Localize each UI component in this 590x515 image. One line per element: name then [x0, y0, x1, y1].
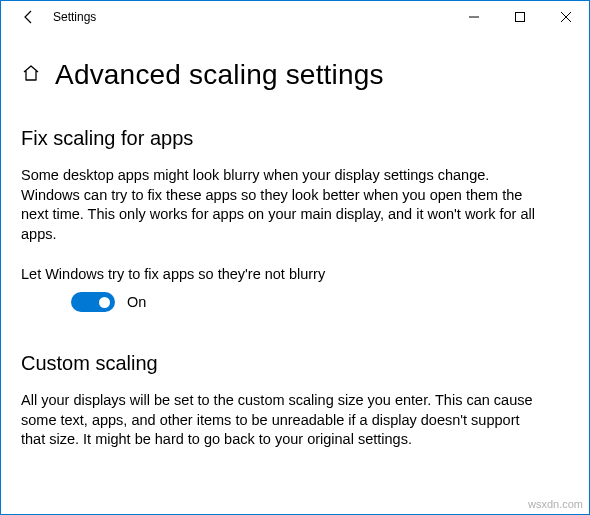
page-title: Advanced scaling settings — [55, 59, 384, 91]
content-area: Advanced scaling settings Fix scaling fo… — [1, 33, 589, 450]
maximize-button[interactable] — [497, 1, 543, 33]
section-fix-scaling-title: Fix scaling for apps — [21, 127, 569, 150]
svg-rect-1 — [516, 13, 525, 22]
close-button[interactable] — [543, 1, 589, 33]
window-title: Settings — [49, 10, 96, 24]
blurry-fix-toggle[interactable] — [71, 292, 115, 312]
section-custom-scaling-title: Custom scaling — [21, 352, 569, 375]
titlebar: Settings — [1, 1, 589, 33]
blurry-fix-toggle-row: On — [21, 292, 569, 312]
watermark: wsxdn.com — [528, 498, 583, 510]
section-fix-scaling-description: Some desktop apps might look blurry when… — [21, 166, 541, 244]
blurry-fix-toggle-label: Let Windows try to fix apps so they're n… — [21, 266, 569, 282]
window-controls — [451, 1, 589, 33]
back-button[interactable] — [9, 1, 49, 33]
home-icon[interactable] — [21, 63, 41, 88]
section-custom-scaling-description: All your displays will be set to the cus… — [21, 391, 541, 450]
page-header: Advanced scaling settings — [21, 59, 569, 91]
minimize-button[interactable] — [451, 1, 497, 33]
blurry-fix-toggle-state: On — [127, 294, 146, 310]
